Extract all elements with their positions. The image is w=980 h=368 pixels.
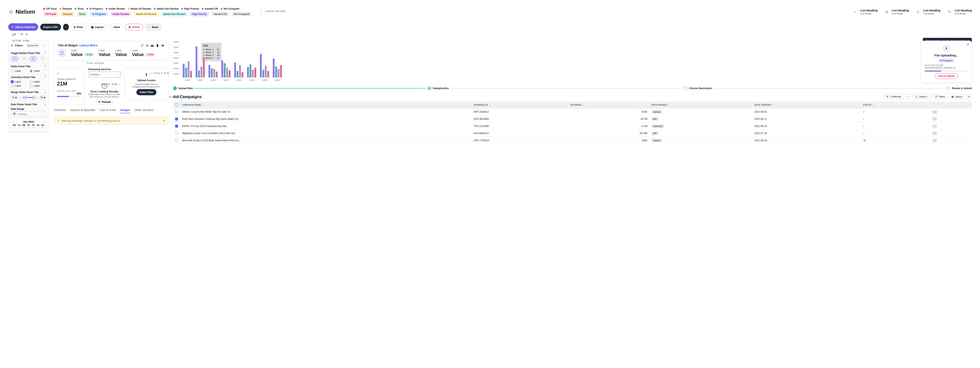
- table-row[interactable]: Allbirds Cozy/Comfy Winter Slip-On Sale …: [173, 108, 972, 115]
- table-header[interactable]: DATE CREATED ⌄: [752, 102, 861, 108]
- list-heading-item[interactable]: ⌂List HeadingList Body: [852, 9, 878, 15]
- table-row[interactable]: ✓ Kraft Heinz Mustard v Ketchup Big Game…: [173, 115, 972, 123]
- refresh-icon[interactable]: [58, 49, 66, 57]
- close-icon[interactable]: ✕: [25, 33, 28, 36]
- add-to-selected-button[interactable]: ＋Add to Selected: [8, 23, 38, 30]
- table-header[interactable]: ESTIMATE ⌄: [568, 102, 649, 108]
- cell-audience-id: NXF-2316412: [472, 108, 568, 115]
- hierarchy-icon[interactable]: ⚚▾: [19, 33, 23, 36]
- row-more-button[interactable]: ⋯: [932, 131, 937, 135]
- bar-group[interactable]: [260, 54, 269, 77]
- back-button[interactable]: ←Back: [145, 24, 162, 30]
- export-csv-button[interactable]: Export CSV: [40, 24, 61, 30]
- row-checkbox[interactable]: [175, 132, 178, 134]
- table-row[interactable]: ✓ ESPN+ FA Cup 2023 Championship Day YFA…: [173, 123, 972, 130]
- status-dot: Delayed: [60, 7, 72, 10]
- checkbox-3[interactable]: Label: [11, 85, 27, 87]
- selected-count-button[interactable]: ⇅2 Selected: [884, 94, 904, 99]
- toggle-mobile[interactable]: [29, 56, 37, 62]
- row-more-button[interactable]: ⋯: [932, 110, 937, 114]
- toggle-tablet[interactable]: [38, 56, 46, 62]
- row-checkbox[interactable]: ✓: [175, 125, 178, 128]
- tab-overview[interactable]: Overview: [54, 108, 66, 113]
- device-desktop-icon[interactable]: 🖥: [146, 44, 148, 47]
- range-slider[interactable]: [19, 97, 38, 98]
- bar-group[interactable]: [183, 61, 192, 77]
- refresh-button[interactable]: ↻: [966, 94, 972, 99]
- list-heading-item[interactable]: 📊List HeadingList Body: [884, 9, 909, 15]
- cal-prev[interactable]: ←: [12, 120, 15, 123]
- tab-season-episodes[interactable]: Season & Episodes: [70, 108, 95, 113]
- device-mobile-icon[interactable]: 📱: [156, 44, 159, 47]
- list-heading-item[interactable]: 🔍List HeadingList Body: [947, 9, 972, 15]
- stepper-step[interactable]: Choose Destination: [684, 86, 712, 90]
- calendar[interactable]: ←Jan 2022→ MOTUWETHFRSASU2627282930311: [11, 119, 46, 130]
- streaming-select[interactable]: Choose...⌄: [88, 72, 121, 77]
- radio-option-1[interactable]: Label: [11, 69, 27, 72]
- reload-button[interactable]: ⟳Reload: [96, 99, 113, 105]
- tab-other-versions[interactable]: Other Versions: [135, 108, 154, 113]
- export-dropdown-button[interactable]: ↓: [63, 24, 69, 30]
- chevron-down-icon[interactable]: ⌄: [44, 91, 46, 94]
- row-checkbox[interactable]: [175, 110, 178, 113]
- chevron-down-icon[interactable]: ⌄: [44, 103, 46, 106]
- status-pill: Needs UX Review: [134, 12, 159, 16]
- cal-next[interactable]: →: [42, 120, 45, 123]
- table-row[interactable]: Walgreens Grab-'n-Go Cosmetics Short (Re…: [173, 130, 972, 137]
- select-files-button[interactable]: Select Files: [136, 89, 156, 95]
- layout-button[interactable]: ▦Layout: [949, 94, 964, 99]
- table-header[interactable]: STATUS ⌄: [861, 102, 930, 108]
- list-heading-item[interactable]: 🛒List HeadingList Body: [915, 9, 940, 15]
- chevron-up-icon[interactable]: ⌃: [44, 65, 46, 68]
- radio-option-2[interactable]: Label: [30, 69, 46, 72]
- chevron-up-icon[interactable]: ⌃: [44, 52, 46, 54]
- toggle-laptop[interactable]: [20, 56, 28, 62]
- tab-images[interactable]: Images: [120, 108, 130, 113]
- bar-group[interactable]: [196, 46, 205, 77]
- checkbox-4[interactable]: Label: [30, 85, 46, 87]
- row-more-button[interactable]: ⋯: [932, 117, 937, 121]
- table-header[interactable]: CAMPAIGN NAME ⌄: [180, 102, 472, 108]
- filters-back-button[interactable]: ←: [41, 43, 46, 48]
- more-actions-button[interactable]: ⋯: [905, 94, 911, 99]
- select-all-checkbox[interactable]: [175, 103, 178, 106]
- chevron-up-icon[interactable]: ⌃: [44, 76, 46, 79]
- range-min-input[interactable]: 20◆: [11, 95, 18, 99]
- table-header[interactable]: AUDIENCE ID ⌄: [472, 102, 568, 108]
- toggle-desktop[interactable]: [11, 56, 19, 62]
- bar-group[interactable]: [221, 61, 231, 77]
- stepper-step[interactable]: Deduplication: [428, 86, 449, 90]
- row-more-button[interactable]: ⋯: [932, 124, 937, 128]
- checkbox-1[interactable]: ✓Label: [11, 80, 27, 83]
- cancel-upload-button[interactable]: Cancel Upload: [935, 73, 958, 79]
- expand-all-button[interactable]: Expand All: [25, 43, 40, 48]
- upload-close-button[interactable]: ✕: [967, 43, 969, 46]
- delete-button[interactable]: 🗑Delete: [125, 24, 143, 30]
- filters-button[interactable]: ☰Filters: [933, 94, 948, 99]
- row-checkbox[interactable]: [175, 139, 178, 142]
- bar-group[interactable]: [208, 65, 218, 77]
- device-tv-icon[interactable]: 📺: [151, 44, 154, 47]
- bar-group[interactable]: [273, 58, 282, 77]
- bar-group[interactable]: [247, 64, 256, 77]
- checkbox-2[interactable]: Label: [30, 80, 46, 83]
- stepper-step[interactable]: ✓Upload Data: [173, 86, 193, 90]
- stepper-step[interactable]: Review & Submit: [947, 86, 972, 90]
- link-icon[interactable]: 🔗: [140, 44, 144, 47]
- bar-group[interactable]: [234, 62, 243, 77]
- print-button[interactable]: ⎙Print: [71, 24, 86, 30]
- save-button[interactable]: ▫Save: [109, 24, 123, 30]
- table-row[interactable]: Microsoft Surface 22/23 Bowl Game Advert…: [173, 137, 972, 144]
- chart-icon[interactable]: 📊▾: [11, 33, 16, 36]
- device-laptop-icon[interactable]: 💻: [161, 44, 164, 47]
- search-input[interactable]: 🔍Search...: [913, 94, 931, 99]
- layout-button[interactable]: ▦Layout: [88, 24, 107, 30]
- row-more-button[interactable]: ⋯: [932, 139, 937, 142]
- row-checkbox[interactable]: ✓: [175, 118, 178, 120]
- cell-date: 2022-07-25: [752, 130, 861, 137]
- table-header[interactable]: DATA SOURCE ⌄: [649, 102, 752, 108]
- range-max-input[interactable]: 80◆: [40, 95, 46, 99]
- alert-close-button[interactable]: ✕: [163, 119, 165, 122]
- tab-cast-crew[interactable]: Cast & Crew: [100, 108, 116, 113]
- date-input[interactable]: 📅Choose...: [11, 111, 46, 117]
